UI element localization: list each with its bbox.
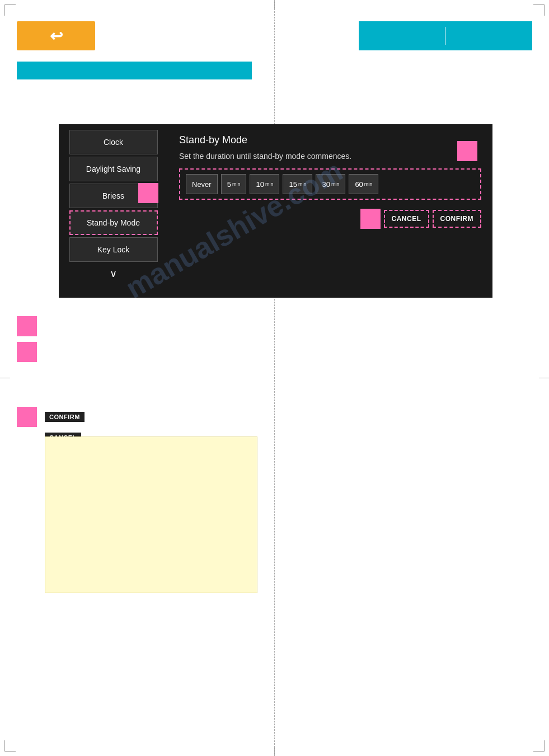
- duration-never[interactable]: Never: [186, 174, 218, 194]
- brightness-pink-indicator: [138, 183, 158, 203]
- annotation-row-confirm: CONFIRM: [17, 407, 285, 427]
- top-right-bar: [359, 21, 532, 50]
- pink-square-top-right: [457, 141, 477, 161]
- annotation-row-1: [17, 316, 285, 336]
- content-title: Stand-by Mode: [179, 134, 481, 146]
- sidebar-item-daylight-saving[interactable]: Daylight Saving: [69, 157, 158, 181]
- top-label-bar: [17, 62, 252, 79]
- yellow-note-box: [45, 436, 257, 593]
- annot-pink-sq-2: [17, 342, 37, 362]
- duration-30min[interactable]: 30 min: [316, 174, 345, 194]
- sidebar-item-brightness[interactable]: Bri ess: [69, 184, 158, 208]
- action-buttons: CANCEL CONFIRM: [179, 209, 481, 229]
- duration-selector: Never 5 min 10 min 15 min 30 min 60 min: [179, 168, 481, 200]
- annot-pink-sq-3: [17, 407, 37, 427]
- duration-15min[interactable]: 15 min: [283, 174, 312, 194]
- content-area: Stand-by Mode Set the duration until sta…: [168, 124, 492, 298]
- confirm-button[interactable]: CONFIRM: [433, 210, 482, 228]
- annot-pink-sq-1: [17, 316, 37, 336]
- sidebar-menu: Clock Daylight Saving Bri ess Stand-by M…: [59, 124, 168, 298]
- duration-60min[interactable]: 60 min: [349, 174, 378, 194]
- back-arrow-icon: ↩: [50, 27, 63, 45]
- corner-mark-tr: [533, 4, 545, 16]
- action-pink-indicator: [360, 209, 381, 229]
- corner-mark-bl: [4, 740, 16, 752]
- cross-right: [539, 378, 549, 378]
- sidebar-item-clock[interactable]: Clock: [69, 130, 158, 154]
- corner-mark-br: [533, 740, 545, 752]
- duration-10min[interactable]: 10 min: [250, 174, 279, 194]
- menu-chevron-down[interactable]: ∨: [69, 264, 158, 283]
- duration-5min[interactable]: 5 min: [221, 174, 247, 194]
- top-right-divider: [445, 27, 445, 45]
- cross-left: [0, 378, 10, 378]
- corner-mark-tl: [4, 4, 16, 16]
- annotation-row-2: [17, 342, 285, 362]
- main-panel: Clock Daylight Saving Bri ess Stand-by M…: [59, 124, 492, 298]
- annotation-confirm-button: CONFIRM: [45, 412, 85, 422]
- sidebar-item-key-lock[interactable]: Key Lock: [69, 237, 158, 262]
- annotation-area: CONFIRM CANCEL: [17, 311, 285, 448]
- cancel-button[interactable]: CANCEL: [384, 210, 429, 228]
- content-description: Set the duration until stand-by mode com…: [179, 152, 481, 161]
- sidebar-item-standby-mode[interactable]: Stand-by Mode: [69, 210, 158, 235]
- back-button[interactable]: ↩: [17, 21, 95, 50]
